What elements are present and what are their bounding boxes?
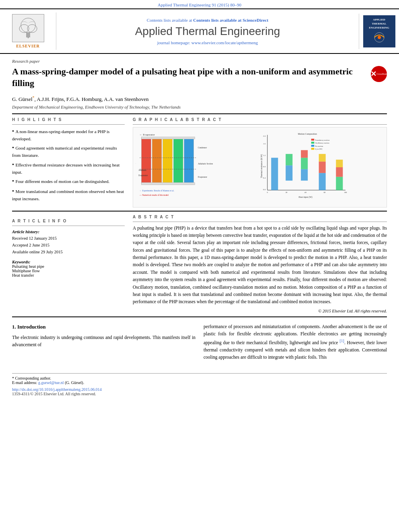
intro-right-col: performance of processors and miniaturiz…	[204, 323, 387, 361]
keywords-section: Keywords: Pulsating heat pipe Multiphase…	[12, 260, 125, 277]
svg-rect-42	[286, 165, 292, 181]
intro-right-text: performance of processors and miniaturiz…	[204, 323, 387, 361]
article-type-label: Research paper	[12, 59, 387, 64]
svg-text:0.8: 0.8	[263, 166, 266, 168]
divider-after-affiliation	[12, 113, 387, 114]
graphical-abstract-heading: G R A P H I C A L A B S T R A C T	[133, 117, 387, 122]
svg-text:Heat input (W): Heat input (W)	[298, 195, 312, 198]
divider-intro	[12, 316, 387, 317]
highlights-heading: H I G H L I G H T S	[12, 117, 125, 122]
php-diagram: ← Evaporator Condense	[136, 131, 216, 203]
top-journal-ref: Applied Thermal Engineering 91 (2015) 80…	[0, 0, 399, 8]
title-row: A mass-spring-damper model of a pulsatin…	[12, 66, 387, 92]
svg-rect-10	[163, 138, 173, 184]
svg-point-0	[21, 18, 35, 33]
svg-rect-13	[142, 137, 195, 139]
doi-section: http://dx.doi.org/10.1016/j.applthermale…	[12, 387, 387, 392]
svg-text:1.2: 1.2	[263, 154, 266, 156]
introduction-section: 1. Introduction The electronic industry …	[12, 323, 387, 361]
svg-rect-53	[311, 138, 315, 140]
svg-rect-46	[301, 150, 308, 158]
svg-text:Motion Composition: Motion Composition	[298, 133, 317, 135]
svg-rect-57	[311, 145, 315, 147]
abstract-text: A pulsating heat pipe (PHP) is a device …	[133, 224, 387, 306]
svg-text:Condenser: Condenser	[198, 146, 207, 148]
article-info-divider	[12, 226, 125, 226]
svg-rect-41	[271, 158, 278, 190]
journal-header: ELSEVIER Contents lists available at Con…	[0, 8, 399, 54]
sciencedirect-text: Contents lists available at Contents lis…	[64, 18, 351, 23]
applied-thermal-logo: APPLIED THERMAL ENGINEERING	[363, 15, 395, 47]
intro-heading: 1. Introduction	[12, 323, 195, 331]
svg-text:Q_in [W]: Q_in [W]	[315, 148, 323, 150]
authors: G. Gürsel*, A.J.H. Frijns, F.G.A. Hombur…	[12, 95, 387, 103]
svg-rect-12	[184, 138, 194, 184]
elsevier-logo: ELSEVIER	[0, 12, 56, 50]
doi-link[interactable]: http://dx.doi.org/10.1016/j.applthermale…	[12, 387, 102, 392]
svg-text:0.4: 0.4	[263, 177, 266, 179]
main-content: Research paper A mass-spring-damper mode…	[0, 54, 399, 401]
introduction-columns: 1. Introduction The electronic industry …	[12, 323, 387, 361]
email-link[interactable]: g.gursel@tue.nl	[38, 380, 64, 385]
corresponding-author: * Corresponding author.	[12, 376, 387, 380]
svg-rect-8	[142, 138, 151, 184]
graphical-abstract-image: ← Evaporator Condense	[133, 127, 387, 207]
svg-text:1.6: 1.6	[263, 143, 266, 145]
article-history: Article history: Received 12 January 201…	[12, 228, 125, 256]
graphical-divider	[133, 124, 387, 125]
svg-rect-51	[336, 167, 343, 177]
svg-text:No motion: No motion	[315, 145, 323, 147]
svg-rect-14	[142, 182, 195, 185]
svg-text:2.0: 2.0	[263, 135, 266, 137]
intro-left-col: 1. Introduction The electronic industry …	[12, 323, 195, 361]
abstract-section: A B S T R A C T A pulsating heat pipe (P…	[133, 215, 387, 313]
svg-text:← Experiments: Results of Mann: ← Experiments: Results of Mannez et al.	[140, 189, 174, 191]
footnote-section: * Corresponding author. E-mail address: …	[12, 373, 387, 385]
highlights-list: A non-linear mass-spring-damper model fo…	[12, 127, 125, 202]
svg-rect-43	[286, 154, 292, 165]
svg-text:0: 0	[267, 191, 268, 193]
graphical-abstract-section: G R A P H I C A L A B S T R A C T ← Evap…	[133, 117, 387, 207]
journal-logo-right: APPLIED THERMAL ENGINEERING	[359, 14, 399, 49]
svg-text:— Numerical results of this mo: — Numerical results of this model	[139, 194, 169, 196]
svg-rect-44	[301, 169, 308, 180]
info-abstract-row: A R T I C L E I N F O Article history: R…	[12, 215, 387, 313]
ref-1: [1]	[339, 339, 344, 343]
highlight-item-3: Effective thermal resistance decreases w…	[12, 160, 125, 176]
svg-text:100: 100	[344, 191, 347, 193]
highlights-divider	[12, 124, 125, 125]
highlights-section: H I G H L I G H T S A non-linear mass-sp…	[12, 117, 125, 207]
svg-text:Oscillatory motion: Oscillatory motion	[315, 142, 329, 144]
svg-text:Condenser: Condenser	[136, 162, 136, 165]
svg-text:Adiabatic Section: Adiabatic Section	[198, 162, 213, 165]
abstract-heading: A B S T R A C T	[133, 215, 387, 219]
elsevier-label: ELSEVIER	[16, 44, 40, 48]
email-line: E-mail address: g.gursel@tue.nl (G. Gürs…	[12, 380, 387, 385]
issn-section: 1359-4311/© 2015 Elsevier Ltd. All right…	[12, 392, 387, 396]
svg-rect-55	[311, 142, 315, 144]
copyright-text: © 2015 Elsevier Ltd. All rights reserved…	[133, 309, 387, 313]
highlight-item-4: Four different modes of motion can be di…	[12, 177, 125, 185]
svg-text:Evaporator: Evaporator	[198, 175, 207, 178]
article-info-section: A R T I C L E I N F O Article history: R…	[12, 219, 125, 313]
svg-rect-49	[319, 154, 326, 161]
svg-rect-4	[26, 33, 30, 37]
highlight-item-1: A non-linear mass-spring-damper model fo…	[12, 127, 125, 142]
highlights-graphical-row: H I G H L I G H T S A non-linear mass-sp…	[12, 117, 387, 207]
journal-center: Contents lists available at Contents lis…	[56, 16, 359, 47]
svg-text:0.0: 0.0	[263, 188, 266, 190]
abstract-divider	[133, 222, 387, 222]
article-title: A mass-spring-damper model of a pulsatin…	[12, 66, 367, 89]
svg-rect-11	[173, 138, 183, 184]
svg-text:Evaporator: Evaporator	[138, 174, 148, 176]
svg-text:40: 40	[304, 191, 306, 193]
affiliation: Department of Mechanical Engineering, Ei…	[12, 105, 387, 109]
php-chart: Thermal resistance (K/W) Heat input (W) …	[219, 131, 384, 203]
svg-rect-59	[311, 148, 315, 150]
crossmark-icon: ✕CrossMark	[371, 66, 387, 82]
svg-rect-47	[319, 173, 326, 190]
divider-mid	[12, 211, 387, 212]
svg-text:Adiabatic: Adiabatic	[138, 169, 147, 171]
svg-rect-45	[301, 158, 308, 169]
svg-text:Translatory motion: Translatory motion	[315, 139, 330, 141]
